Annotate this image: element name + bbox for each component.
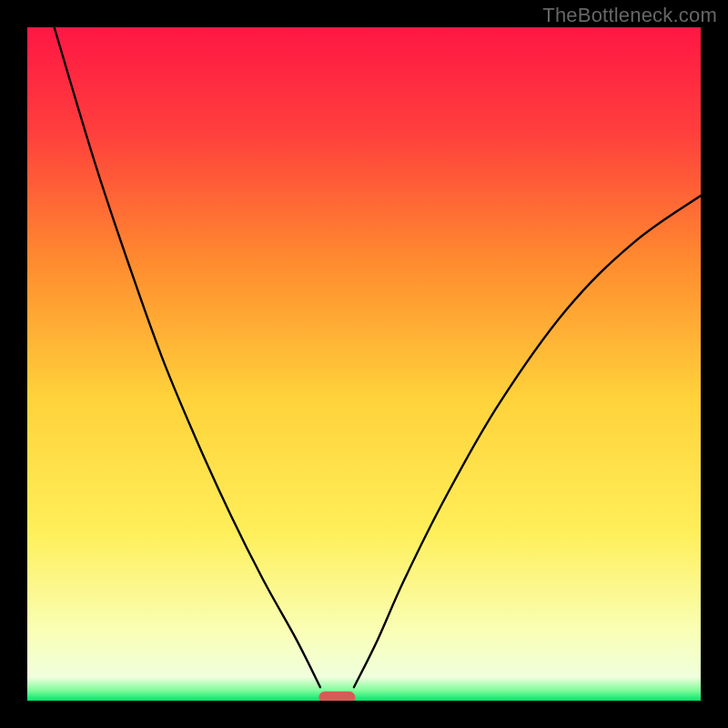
cusp-marker xyxy=(318,692,355,701)
svg-rect-0 xyxy=(27,27,701,701)
chart-frame: TheBottleneck.com xyxy=(0,0,728,728)
plot-area xyxy=(27,27,701,701)
chart-canvas xyxy=(27,27,701,701)
watermark-label: TheBottleneck.com xyxy=(542,4,717,27)
